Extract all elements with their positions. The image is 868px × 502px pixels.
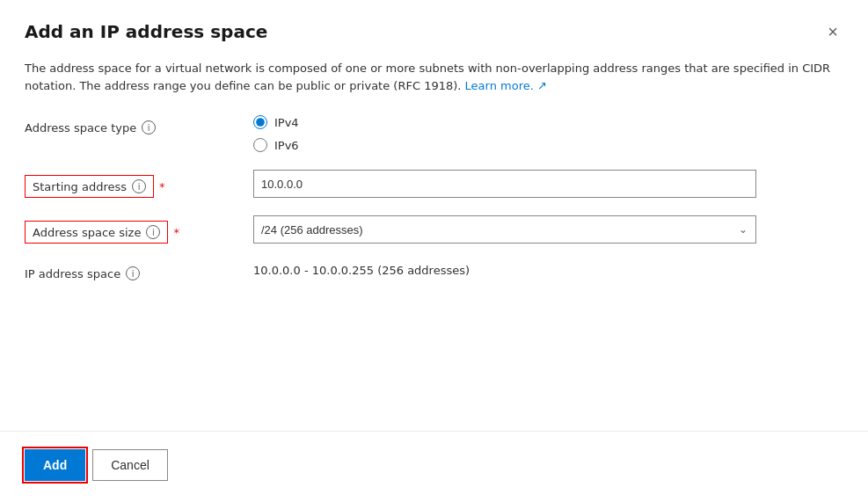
address-space-size-select[interactable]: /16 (65536 addresses) /17 (32768 address… [253, 215, 756, 244]
starting-address-highlighted-label: Starting address i [25, 175, 154, 198]
cancel-button[interactable]: Cancel [92, 449, 168, 481]
address-space-type-label: Address space type i [25, 115, 253, 135]
description-text: The address space for a virtual network … [25, 60, 843, 94]
address-space-type-info-icon[interactable]: i [142, 120, 156, 135]
address-space-size-highlighted-label: Address space size i [25, 221, 168, 244]
learn-more-link[interactable]: Learn more. ↗ [465, 79, 547, 92]
address-space-size-label-wrapper: Address space size i * [25, 215, 253, 244]
ipv4-radio-option[interactable]: IPv4 [253, 115, 843, 129]
starting-address-input[interactable] [253, 170, 756, 198]
ipv6-radio[interactable] [253, 138, 267, 152]
ipv4-label: IPv4 [274, 116, 299, 129]
close-button[interactable]: × [822, 21, 843, 42]
starting-address-required: * [159, 180, 165, 193]
external-link-icon: ↗ [537, 79, 547, 92]
ip-address-space-info-icon[interactable]: i [126, 266, 140, 280]
address-space-size-row: Address space size i * /16 (65536 addres… [25, 215, 843, 244]
starting-address-info-icon[interactable]: i [132, 179, 146, 193]
ipv6-label: IPv6 [274, 139, 299, 152]
form-section: Address space type i IPv4 IPv6 Starting … [25, 115, 843, 410]
address-space-size-required: * [173, 226, 179, 239]
ip-address-space-value: 10.0.0.0 - 10.0.0.255 (256 addresses) [253, 261, 843, 278]
ip-address-space-label: IP address space i [25, 261, 253, 280]
dialog-title: Add an IP address space [25, 21, 267, 42]
add-ip-address-space-dialog: Add an IP address space × The address sp… [0, 0, 868, 502]
starting-address-label-wrapper: Starting address i * [25, 170, 253, 198]
ipv6-radio-option[interactable]: IPv6 [253, 138, 843, 152]
address-space-size-control: /16 (65536 addresses) /17 (32768 address… [253, 215, 843, 244]
starting-address-row: Starting address i * [25, 170, 843, 198]
ip-address-space-row: IP address space i 10.0.0.0 - 10.0.0.255… [25, 261, 843, 280]
footer-divider [0, 431, 868, 432]
dialog-header: Add an IP address space × [25, 21, 843, 42]
add-button[interactable]: Add [25, 449, 85, 481]
address-space-size-select-wrapper: /16 (65536 addresses) /17 (32768 address… [253, 215, 756, 244]
address-space-type-control: IPv4 IPv6 [253, 115, 843, 152]
ipv4-radio[interactable] [253, 115, 267, 129]
address-space-type-row: Address space type i IPv4 IPv6 [25, 115, 843, 152]
address-space-size-info-icon[interactable]: i [146, 225, 160, 239]
starting-address-control [253, 170, 843, 198]
footer-buttons: Add Cancel [25, 449, 843, 481]
